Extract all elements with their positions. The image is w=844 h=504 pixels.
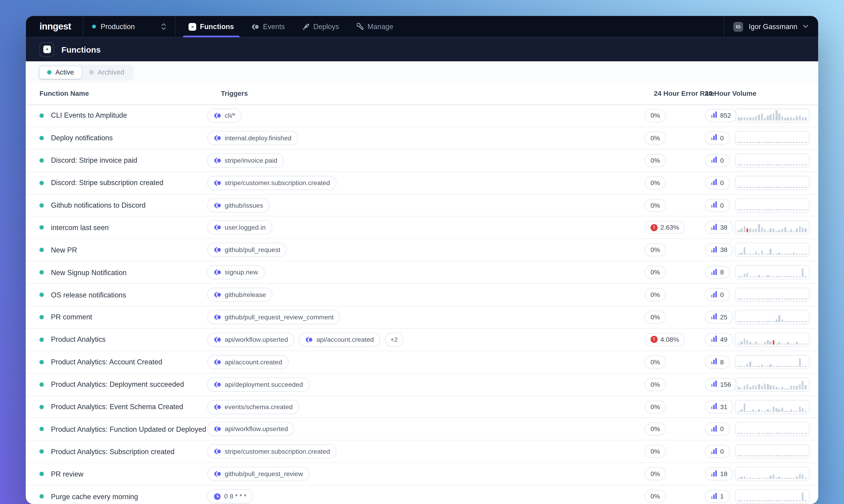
nav-divider: [724, 16, 724, 37]
volume-sparkline: [735, 377, 810, 392]
sparkline-cell: [735, 332, 819, 347]
function-name-cell: Product Analytics: Deployment succeeded: [26, 380, 207, 389]
volume-badge: 25: [705, 311, 733, 324]
volume-badge: 852: [705, 109, 737, 122]
table-row[interactable]: Discord: Stripe invoice paid stripe/invo…: [26, 149, 819, 172]
error-rate-value: 0%: [650, 112, 660, 119]
inngest-logo[interactable]: inngest: [39, 22, 71, 31]
volume-cell: 25: [705, 311, 735, 324]
sparkline-cell: [735, 131, 819, 145]
event-trigger-badge: github/pull_request: [207, 243, 287, 257]
volume-sparkline: [735, 400, 810, 414]
table-row[interactable]: Product Analytics: Deployment succeeded …: [26, 373, 819, 396]
volume-value: 25: [720, 313, 728, 321]
table-row[interactable]: Product Analytics: Function Updated or D…: [26, 418, 819, 440]
tab-manage[interactable]: Manage: [356, 16, 395, 37]
volume-badge: 18: [705, 467, 733, 481]
table-row[interactable]: New Signup Notification signup.new 0% 8: [26, 262, 819, 284]
volume-badge: 0: [705, 199, 730, 212]
volume-cell: 156: [705, 378, 735, 391]
error-rate-cell: 0%: [645, 288, 705, 301]
triggers-cell: github/release: [207, 288, 644, 302]
triggers-cell: cli/*: [207, 108, 644, 123]
triggers-cell: github/issues: [207, 198, 644, 212]
table-row[interactable]: Discord: Stripe subscription created str…: [26, 172, 819, 194]
sparkline-cell: [735, 198, 819, 212]
table-row[interactable]: intercom last seen user.logged.in !2.63%…: [26, 217, 819, 239]
trigger-label: stripe/customer.subscription.created: [225, 448, 330, 455]
table-row[interactable]: Product Analytics: Subscription created …: [26, 441, 819, 463]
function-name: Purge cache every morning: [51, 492, 138, 501]
volume-badge: 0: [705, 154, 730, 167]
function-status-dot: [39, 248, 44, 252]
sparkline-cell: [735, 422, 819, 436]
triggers-cell: api/account.created: [207, 355, 644, 369]
error-rate-cell: 0%: [645, 422, 705, 436]
volume-sparkline: [735, 310, 810, 324]
table-row[interactable]: PR review github/pull_request_review 0% …: [26, 463, 819, 486]
error-rate-badge: 0%: [645, 378, 666, 391]
volume-sparkline: [735, 131, 810, 145]
error-rate-badge: 0%: [645, 422, 666, 436]
triggers-cell: stripe/customer.subscription.created: [207, 445, 644, 459]
table-row[interactable]: OS release notifications github/release …: [26, 284, 819, 306]
tab-functions[interactable]: ‹›Functions: [187, 16, 235, 37]
error-rate-cell: 0%: [645, 266, 705, 279]
table-row[interactable]: Github notifications to Discord github/i…: [26, 194, 819, 217]
function-name: Discord: Stripe subscription created: [51, 179, 163, 187]
error-icon: !: [650, 336, 658, 343]
table-row[interactable]: Product Analytics: Account Created api/a…: [26, 351, 819, 373]
function-status-dot: [39, 449, 44, 454]
environment-selector[interactable]: Production: [92, 22, 166, 31]
bar-chart-icon: [711, 425, 717, 432]
trigger-label: api/workflow.upserted: [225, 336, 288, 343]
volume-badge: 1: [705, 490, 730, 503]
volume-value: 0: [720, 201, 724, 209]
error-rate-cell: 0%: [645, 109, 705, 122]
event-icon: [214, 202, 221, 209]
error-rate-badge: 0%: [645, 154, 666, 167]
error-rate-cell: 0%: [645, 176, 705, 190]
event-icon: [214, 291, 221, 298]
tab-events[interactable]: Events: [250, 16, 286, 37]
sparkline-cell: [735, 265, 819, 280]
volume-badge: 8: [705, 355, 730, 368]
tab-deploys[interactable]: Deploys: [301, 16, 340, 37]
error-rate-value: 0%: [650, 291, 660, 299]
function-name: New PR: [51, 246, 77, 254]
function-status-dot: [39, 382, 44, 386]
function-status-dot: [39, 315, 44, 319]
triggers-cell: 0 8 * * *: [207, 489, 644, 504]
triggers-cell: github/pull_request: [207, 243, 644, 257]
table-row[interactable]: Purge cache every morning 0 8 * * * 0% 1: [26, 486, 819, 504]
error-rate-value: 0%: [650, 269, 660, 276]
desktop-background: inngest Production ‹›FunctionsEventsDepl…: [0, 0, 844, 504]
code-icon: ‹›: [43, 46, 51, 53]
trigger-label: cli/*: [225, 112, 235, 119]
volume-value: 156: [720, 380, 731, 388]
error-rate-badge: 0%: [645, 131, 666, 144]
chevron-down-icon: [803, 25, 808, 29]
cron-clock-icon: [214, 493, 221, 500]
volume-badge: 0: [705, 176, 730, 190]
filter-active-button[interactable]: Active: [39, 66, 82, 79]
code-icon: ‹›: [188, 23, 196, 31]
function-status-dot: [39, 472, 44, 476]
error-rate-cell: 0%: [645, 467, 705, 481]
table-row[interactable]: Deploy notifications internal.deploy.fin…: [26, 127, 819, 149]
table-row[interactable]: CLI Events to Amplitude cli/* 0% 852: [26, 105, 819, 127]
volume-value: 8: [720, 269, 724, 276]
volume-sparkline: [735, 489, 810, 504]
filter-archived-button[interactable]: Archived: [82, 66, 132, 79]
table-row[interactable]: PR comment github/pull_request_review_co…: [26, 306, 819, 329]
trigger-label: api/workflow.upserted: [225, 425, 288, 433]
user-menu[interactable]: IG Igor Gassmann: [733, 22, 808, 32]
archive-filter-toggle: Active Archived: [38, 65, 134, 80]
table-row[interactable]: Product Analytics api/workflow.upserteda…: [26, 329, 819, 351]
table-row[interactable]: Product Analytics: Event Schema Created …: [26, 396, 819, 418]
error-rate-badge: 0%: [645, 445, 666, 458]
table-row[interactable]: New PR github/pull_request 0% 38: [26, 239, 819, 262]
event-trigger-badge: github/pull_request_review_comment: [207, 310, 340, 324]
triggers-cell: github/pull_request_review: [207, 467, 644, 481]
bar-chart-icon: [711, 268, 717, 275]
